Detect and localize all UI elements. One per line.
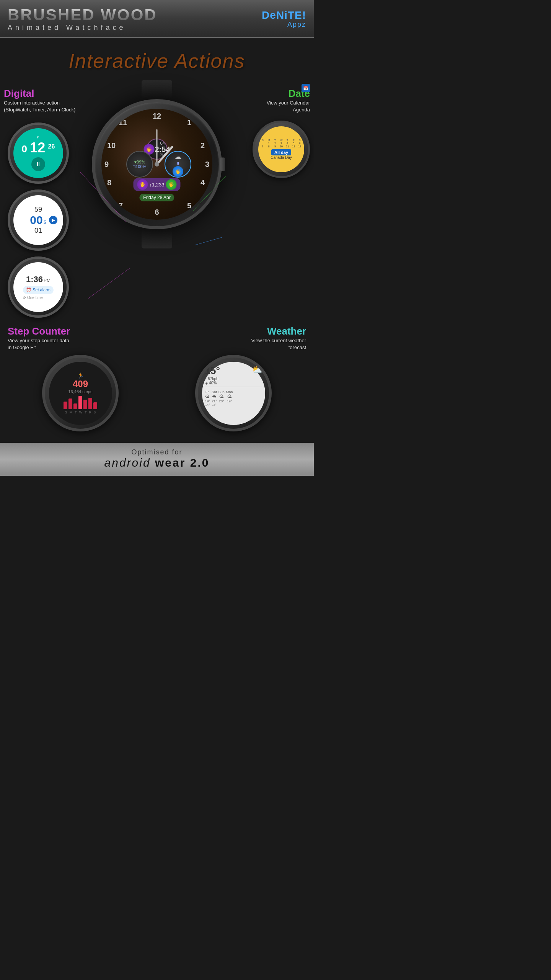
timer-seconds-row: 00 s [30,214,46,227]
step-counter-desc-1: View your step counter data [8,337,70,344]
bar-w [78,396,82,409]
stopwatch-watch: ▾ 0 12 26 ⏸ [8,122,69,184]
timer-display: 59 00 s 01 [28,204,48,237]
timer-container: 59 00 s 01 ▶ [8,189,92,251]
calendar-grid: S M T W T F S 1 2 3 4 5 6 7 8 9 [258,139,304,148]
step-watch-face: 🏃 409 16,464 steps S M [49,362,112,425]
watch-strap-top [142,80,172,99]
alarm-recurring: ⟳ One time [23,296,54,300]
date-watch: S M T W T F S 1 2 3 4 5 6 7 8 9 [253,121,310,178]
step-counter-title: Step Counter [8,325,70,337]
pause-button[interactable]: ⏸ [31,157,45,171]
bar-m [68,399,72,409]
weather-watch-face: 15° ↑ 57kph ◈ 40% ⛅ Fri 🌤 19° 14° [202,362,265,425]
footer-optimised: Optimised for [8,448,306,456]
weather-top-row: 15° ↑ 57kph ◈ 40% ⛅ [205,365,262,385]
timer-bottom-value: 01 [30,227,46,235]
footer-brand: android wear 2.0 [8,456,306,469]
step-watch: 🏃 409 16,464 steps S M [42,355,119,431]
step-counter-desc-2: in Google Fit [8,344,70,351]
right-column: Date View your Calendar Agenda S M T W T… [222,80,310,318]
svg-line-0 [157,147,172,164]
watch-strap-bottom [142,229,172,248]
bar-t [73,403,77,409]
step-total-value: 16,464 steps [68,389,93,394]
brand-appz: Appz [287,21,306,29]
date-desc-2: Agenda [267,106,310,113]
section-title: Interactive Actions [0,38,314,80]
event-name: Canada Day [271,155,292,160]
header: BRUSHED WOOD Animated Watchface DeNiTE! … [0,0,314,38]
alarm-container: 1:36 PM ⏰ Set alarm ⟳ One time [8,256,92,318]
alarm-ampm: PM [44,278,51,283]
timer-top-value: 59 [30,206,46,214]
timer-seconds-value: 00 [30,214,42,227]
stopwatch-top-dots: ▾ [22,135,55,140]
app-subtitle: Animated Watchface [8,24,157,32]
weather-temp-block: 15° ↑ 57kph ◈ 40% [205,365,220,385]
bar-s2 [93,402,97,409]
weather-section: Weather View the current weather forecas… [161,325,306,432]
timer-face: 59 00 s 01 ▶ [13,195,63,245]
weather-precip: ◈ 40% [205,381,220,385]
timer-watch: 59 00 s 01 ▶ [8,189,69,251]
alarm-watch: 1:36 PM ⏰ Set alarm ⟳ One time [8,256,69,318]
bar-s [64,402,67,409]
step-counter-label: Step Counter View your step counter data… [8,325,70,351]
digital-label: Digital Custom interactive action (StopW… [4,88,92,114]
alarm-time-value: 1:36 [26,274,43,284]
alarm-set-button[interactable]: ⏰ Set alarm [23,286,54,294]
footer-wear: wear 2.0 [155,456,209,469]
run-icon: 🏃 [77,372,84,379]
weather-temp-value: 15° [205,365,220,377]
brand-logo: DeNiTE! Appz [262,10,306,29]
weather-title: Weather [251,325,306,337]
digital-desc-2: (StopWatch, Timer, Alarm Clock) [4,106,92,113]
timer-arrow-button[interactable]: ▶ [49,216,57,224]
weather-divider [205,387,262,387]
main-watch-face: 12 1 2 3 4 5 6 7 8 9 10 11 🖐 04 [101,109,212,220]
alarm-time-row: 1:36 PM [23,274,54,284]
bar-t2 [83,400,87,409]
stopwatch-face: ▾ 0 12 26 ⏸ [13,128,63,178]
step-count-value: 409 [73,379,88,389]
step-days-row: S M T W T F S [65,410,96,414]
weather-day-mon: Mon 🌤 19° [226,390,233,407]
svg-point-2 [155,162,159,167]
all-day-badge: All day [271,149,291,155]
clock-hands [101,109,212,220]
header-title-block: BRUSHED WOOD Animated Watchface [8,7,157,32]
watch-crown [220,158,225,171]
footer: Optimised for android wear 2.0 [0,443,314,476]
step-counter-display: 🏃 409 16,464 steps S M [64,372,97,414]
footer-android: android [104,456,151,469]
digital-title: Digital [4,88,92,100]
stopwatch-time-value: 0 12 26 [22,140,55,156]
weather-wind: ↑ 57kph [205,377,220,381]
left-column: Digital Custom interactive action (StopW… [4,80,92,318]
step-bar-chart [64,396,97,409]
stopwatch-container: ▾ 0 12 26 ⏸ [8,122,92,184]
step-counter-section: Step Counter View your step counter data… [8,325,153,432]
weather-label: Weather View the current weather forecas… [251,325,306,351]
bottom-section: Step Counter View your step counter data… [0,318,314,443]
alarm-set-label: Set alarm [33,287,51,292]
digital-desc-1: Custom interactive action [4,100,92,106]
main-watch: 12 1 2 3 4 5 6 7 8 9 10 11 🖐 04 [92,99,222,229]
weather-day-sat: Sat 🌧 21° 15° [212,390,217,407]
date-desc-1: View your Calendar [267,100,310,106]
center-column: 12 1 2 3 4 5 6 7 8 9 10 11 🖐 04 [96,80,218,318]
stopwatch-display: ▾ 0 12 26 ⏸ [22,135,55,171]
alarm-recurring-label: One time [27,296,43,300]
weather-desc-2: forecast [251,344,306,351]
alarm-display: 1:36 PM ⏰ Set alarm ⟳ One time [23,274,54,300]
alarm-face: 1:36 PM ⏰ Set alarm ⟳ One time [13,262,63,312]
bar-f [88,398,92,409]
app-title: BRUSHED WOOD [8,7,157,23]
timer-suffix: s [44,219,47,225]
weather-desc-1: View the current weather [251,337,306,344]
date-watch-face: S M T W T F S 1 2 3 4 5 6 7 8 9 [258,126,304,172]
brand-name: DeNiTE! [262,10,306,21]
weather-day-sun: Sun 🌤 20° [218,390,225,407]
weather-day-fri: Fri 🌤 19° 14° [205,390,210,407]
